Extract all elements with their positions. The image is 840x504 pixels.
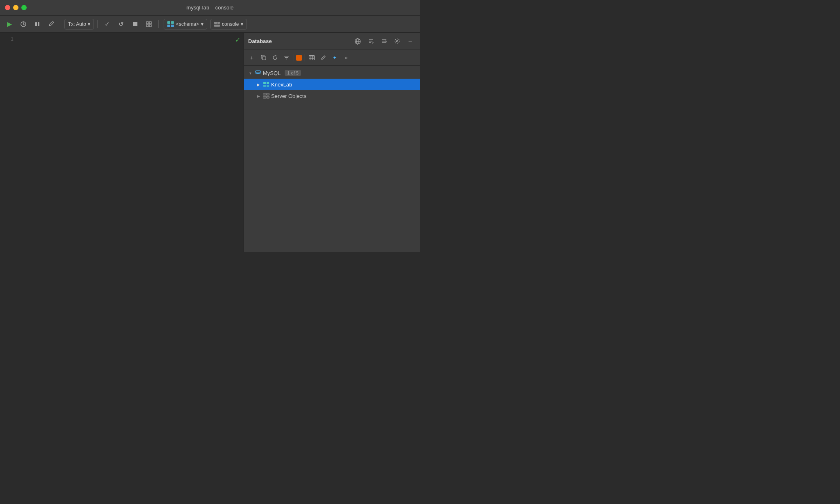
svg-rect-3 (133, 22, 137, 26)
svg-rect-36 (263, 82, 266, 84)
tree-refresh-button[interactable] (269, 53, 280, 63)
grid-button[interactable] (143, 18, 155, 30)
schema-dropdown[interactable]: <schema> ▾ (164, 19, 207, 30)
stop-button[interactable] (129, 18, 141, 30)
server-objects-chevron: ▶ (256, 94, 261, 98)
knexlab-icon (263, 82, 269, 87)
svg-rect-27 (262, 57, 266, 60)
svg-rect-42 (263, 96, 266, 98)
svg-rect-38 (263, 85, 266, 87)
check-button[interactable]: ✓ (101, 18, 113, 30)
sidebar-separator-1 (294, 54, 294, 61)
svg-rect-11 (171, 25, 174, 27)
collapse-button[interactable]: − (404, 36, 416, 47)
svg-rect-4 (146, 22, 148, 24)
window-title: mysql-lab – console (187, 5, 234, 11)
mysql-icon (255, 70, 261, 76)
mysql-chevron: ▾ (247, 71, 253, 75)
sidebar-title: Database (248, 38, 350, 44)
run-button[interactable]: ▶ (3, 18, 16, 30)
tree-add-button[interactable]: + (247, 53, 257, 63)
svg-point-26 (396, 41, 398, 42)
svg-rect-31 (309, 55, 315, 60)
tree-item-knexlab[interactable]: ▶ KnexLab (244, 79, 420, 90)
sidebar: Database (244, 33, 420, 252)
tree-area: ▾ MySQL 1 of 5 ▶ (244, 66, 420, 252)
tree-pin-button[interactable]: ✦ (329, 53, 340, 63)
editor-content[interactable]: ✓ (18, 33, 244, 252)
title-bar: mysql-lab – console (0, 0, 420, 16)
svg-rect-2 (38, 22, 39, 26)
add-connection-button[interactable] (352, 36, 363, 47)
svg-rect-5 (149, 22, 151, 24)
schema-arrow: ▾ (201, 21, 203, 27)
console-dropdown[interactable]: console ▾ (210, 19, 247, 30)
line-number-1: 1 (0, 36, 14, 42)
close-button[interactable] (5, 5, 10, 10)
server-objects-icon (263, 93, 269, 99)
sidebar-separator-2 (304, 54, 304, 61)
knexlab-label: KnexLab (271, 82, 292, 88)
traffic-lights (5, 5, 27, 10)
tree-item-server-objects[interactable]: ▶ Server Objects (244, 90, 420, 102)
editor-checkmark: ✓ (235, 36, 240, 44)
svg-rect-7 (149, 25, 151, 27)
undo-button[interactable]: ↺ (115, 18, 127, 30)
mysql-label: MySQL (263, 70, 281, 76)
svg-rect-14 (214, 25, 220, 27)
sidebar-toolbar: + (244, 50, 420, 66)
separator-1 (61, 20, 61, 28)
tree-more-button[interactable]: » (341, 53, 352, 63)
svg-rect-37 (267, 82, 269, 84)
tree-filter-button[interactable] (281, 53, 292, 63)
separator-2 (97, 20, 98, 28)
sidebar-settings-button[interactable] (391, 36, 403, 47)
server-objects-label: Server Objects (271, 93, 306, 99)
svg-rect-41 (267, 93, 269, 95)
history-button[interactable] (17, 18, 30, 30)
svg-rect-8 (167, 21, 170, 24)
svg-rect-1 (35, 22, 37, 26)
pause-button[interactable] (31, 18, 43, 30)
editor-area: 1 ✓ (0, 33, 244, 252)
tree-copy-button[interactable] (258, 53, 269, 63)
svg-rect-10 (167, 25, 170, 27)
svg-rect-6 (146, 25, 148, 27)
tx-label: Tx: Auto (68, 21, 86, 27)
svg-rect-39 (267, 85, 269, 87)
line-numbers: 1 (0, 33, 18, 252)
wrench-button[interactable] (45, 18, 57, 30)
tree-item-mysql[interactable]: ▾ MySQL 1 of 5 (244, 67, 420, 79)
sidebar-header: Database (244, 33, 420, 50)
tree-table-button[interactable] (306, 53, 317, 63)
svg-rect-12 (214, 22, 217, 24)
main-toolbar: ▶ Tx: Auto ▾ ✓ ↺ (0, 16, 420, 33)
filter-sort-button[interactable] (365, 36, 377, 47)
minimize-button[interactable] (13, 5, 18, 10)
svg-rect-13 (217, 22, 220, 24)
svg-rect-43 (267, 96, 269, 98)
schema-label: <schema> (176, 21, 199, 27)
knexlab-chevron: ▶ (256, 82, 261, 87)
mysql-badge: 1 of 5 (285, 70, 301, 76)
console-label: console (222, 21, 239, 27)
double-filter-button[interactable] (378, 36, 390, 47)
maximize-button[interactable] (21, 5, 27, 10)
main-layout: 1 ✓ Database (0, 33, 420, 252)
svg-rect-40 (263, 93, 266, 95)
orange-indicator-button[interactable] (296, 55, 302, 61)
tree-edit-button[interactable] (318, 53, 329, 63)
separator-3 (158, 20, 159, 28)
tx-dropdown[interactable]: Tx: Auto ▾ (64, 19, 94, 30)
console-arrow: ▾ (241, 21, 243, 27)
tx-arrow: ▾ (88, 21, 90, 27)
svg-rect-9 (171, 21, 174, 24)
